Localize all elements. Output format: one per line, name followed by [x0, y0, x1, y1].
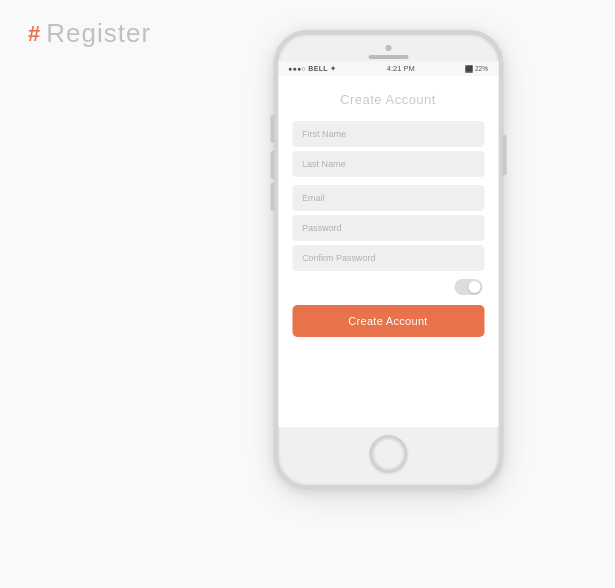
email-input[interactable] — [292, 185, 484, 211]
phone-mockup: ●●●○ BELL ✦ 4:21 PM ⬛ 22% Create Account — [273, 30, 503, 490]
toggle-knob — [468, 281, 480, 293]
status-time: 4:21 PM — [387, 64, 415, 73]
create-account-button[interactable]: Create Account — [292, 305, 484, 337]
last-name-input[interactable] — [292, 151, 484, 177]
speaker-grille — [368, 55, 408, 59]
screen-title: Create Account — [340, 92, 436, 107]
toggle-row — [292, 279, 484, 295]
status-bar: ●●●○ BELL ✦ 4:21 PM ⬛ 22% — [278, 61, 498, 76]
confirm-password-input[interactable] — [292, 245, 484, 271]
phone-bottom — [278, 427, 498, 485]
phone-top — [278, 35, 498, 59]
home-button[interactable] — [369, 435, 407, 473]
toggle-switch[interactable] — [454, 279, 482, 295]
name-fields-group — [292, 121, 484, 177]
phone-frame: ●●●○ BELL ✦ 4:21 PM ⬛ 22% Create Account — [273, 30, 503, 490]
status-battery: ⬛ 22% — [465, 65, 488, 73]
status-carrier: ●●●○ BELL ✦ — [288, 65, 336, 73]
camera-dot — [385, 45, 391, 51]
password-input[interactable] — [292, 215, 484, 241]
phone-screen: Create Account Create Ac — [278, 76, 498, 427]
hash-icon: # — [28, 23, 40, 45]
password-fields-group — [292, 215, 484, 271]
page-title: Register — [46, 18, 151, 49]
email-group — [292, 185, 484, 211]
first-name-input[interactable] — [292, 121, 484, 147]
page-title-area: # Register — [28, 18, 151, 49]
